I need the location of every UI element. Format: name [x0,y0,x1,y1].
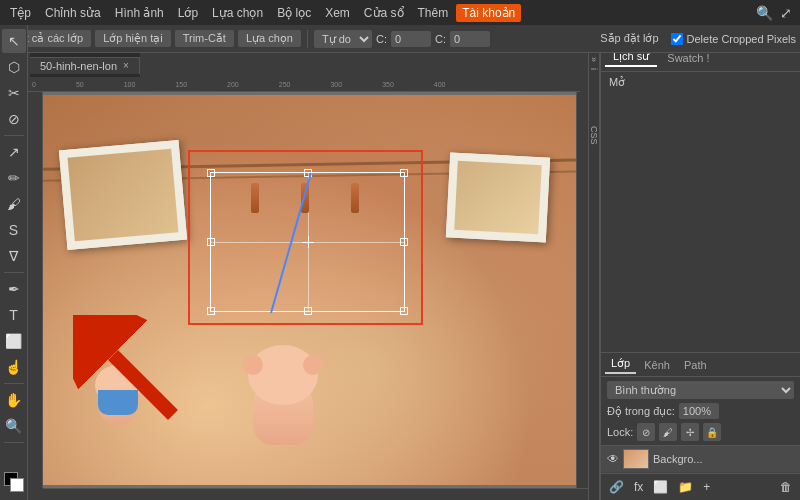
menu-select[interactable]: Lựa chọn [206,4,269,22]
file-tab-active[interactable]: 50-hinh-nen-lon × [30,57,140,74]
tool-crop[interactable]: ✂ [2,81,26,105]
selection-btn[interactable]: Lựa chọn [238,30,301,47]
tool-sep-2 [4,272,24,273]
tool-notes[interactable]: ☝ [2,355,26,379]
tool-smudge[interactable]: S [2,218,26,242]
layer-visibility-toggle[interactable]: 👁 [607,452,619,466]
ruler-vertical [28,92,43,488]
menu-add[interactable]: Thêm [412,4,455,22]
current-layer-btn[interactable]: Lớp hiện tại [95,30,171,47]
c-input[interactable] [391,31,431,47]
lock-transparent-btn[interactable]: ⊘ [637,423,655,441]
collapse-toggle[interactable]: » [589,57,599,62]
menu-image[interactable]: Hình ảnh [109,4,170,22]
panel-icon-css[interactable]: CSS [589,126,599,145]
ruler-horizontal: 0 50 100 150 200 250 300 350 400 [28,77,580,92]
link-layers-btn[interactable]: 🔗 [605,478,628,496]
new-layer-btn[interactable]: + [699,478,714,496]
lock-position-btn[interactable]: ✢ [681,423,699,441]
menu-bar: Tệp Chỉnh sửa Hình ảnh Lớp Lựa chọn Bộ l… [0,0,800,25]
file-tab-close[interactable]: × [123,60,129,71]
blend-mode-select[interactable]: Bình thường [607,381,794,399]
lock-all-btn[interactable]: 🔒 [703,423,721,441]
tool-sep-3 [4,383,24,384]
selection-overlay [188,150,423,325]
collapse-panel: » i CSS [588,53,600,500]
tool-move[interactable]: ↖ [2,29,26,53]
menu-layer[interactable]: Lớp [172,4,204,22]
tool-heal[interactable]: ↗ [2,140,26,164]
c-label: C: [376,33,387,45]
layer-properties: Bình thường Độ trong đục: Lock: ⊘ 🖌 ✢ 🔒 [601,377,800,445]
tool-dodge[interactable]: ∇ [2,244,26,268]
tool-hand[interactable]: ✋ [2,388,26,412]
lock-row: Lock: ⊘ 🖌 ✢ 🔒 [607,423,794,441]
transform-line [211,173,404,311]
layer-thumbnail [623,449,649,469]
transform-box [210,172,405,312]
layer-opacity-row: Độ trong đục: [607,403,794,419]
canvas-area[interactable] [43,92,588,488]
layer-item-background[interactable]: 👁 Backgro... [601,446,800,473]
layer-panel: Lớp Kênh Path Bình thường Độ trong đục: … [601,352,800,500]
layer-bottom-toolbar: 🔗 fx ⬜ 📁 + 🗑 [601,473,800,500]
separator-1 [307,30,308,48]
menu-view[interactable]: Xem [319,4,356,22]
tab-path[interactable]: Path [678,357,713,373]
scrollbar-horizontal[interactable] [43,488,588,500]
menu-edit[interactable]: Chỉnh sửa [39,4,107,22]
lock-image-btn[interactable]: 🖌 [659,423,677,441]
mode-select[interactable]: Tự do [314,30,372,48]
panel-icon-info[interactable]: i [589,68,599,70]
color-swatch[interactable] [4,472,24,492]
tool-sep-1 [4,135,24,136]
new-group-btn[interactable]: 📁 [674,478,697,496]
layer-name: Backgro... [653,453,794,465]
right-panel: ℹ 📷 T ¶ Lịch sử Swatch ! Mở Lớp Kênh Pat… [600,25,800,500]
history-content: Mở [601,72,800,352]
menu-window[interactable]: Cửa sổ [358,4,410,22]
lock-label: Lock: [607,426,633,438]
history-item-mo: Mở [609,76,625,88]
tab-channels[interactable]: Kênh [638,357,676,373]
delete-layer-btn[interactable]: 🗑 [776,478,796,496]
arrow-svg [73,315,223,435]
left-toolbar: ↖ ⬡ ✂ ⊘ ↗ ✏ 🖌 S ∇ ✒ T ⬜ ☝ ✋ 🔍 [0,25,28,500]
main-toolbar: Tất cả các lớp Lớp hiện tại Trim-Cắt Lựa… [0,25,800,53]
file-tabs: 50-hinh-nen-lon × [30,53,140,77]
opacity-input[interactable] [679,403,719,419]
tool-sample[interactable]: ⊘ [2,107,26,131]
canvas-image [43,95,588,485]
tool-zoom[interactable]: 🔍 [2,414,26,438]
tab-layers[interactable]: Lớp [605,355,636,374]
delete-cropped-checkbox[interactable] [671,33,683,45]
svg-line-0 [271,173,311,313]
menu-filter[interactable]: Bộ lọc [271,4,317,22]
delete-cropped-label: Delete Cropped Pixels [687,33,796,45]
search-icon[interactable]: 🔍 [754,3,774,23]
add-mask-btn[interactable]: ⬜ [649,478,672,496]
tool-brush[interactable]: ✏ [2,166,26,190]
tool-lasso[interactable]: ⬡ [2,55,26,79]
tool-paint[interactable]: 🖌 [2,192,26,216]
sap-dat-lop: Sắp đặt lớp [600,32,658,45]
scrollbar-vertical[interactable] [576,92,588,488]
layer-list: 👁 Backgro... [601,445,800,473]
tool-sep-4 [4,442,24,443]
tool-shape[interactable]: ⬜ [2,329,26,353]
layer-tabs: Lớp Kênh Path [601,353,800,377]
opacity-label: Độ trong đục: [607,405,675,418]
c2-input[interactable] [450,31,490,47]
c2-label: C: [435,33,446,45]
svg-line-2 [113,355,173,415]
expand-icon[interactable]: ⤢ [776,3,796,23]
menu-file[interactable]: Tệp [4,4,37,22]
file-tab-name: 50-hinh-nen-lon [40,60,117,72]
layer-mode-row: Bình thường [607,381,794,399]
add-style-btn[interactable]: fx [630,478,647,496]
trim-cut-btn[interactable]: Trim-Cắt [175,30,234,47]
tool-pen[interactable]: ✒ [2,277,26,301]
menu-account[interactable]: Tài khoản [456,4,521,22]
tool-text[interactable]: T [2,303,26,327]
background-color[interactable] [10,478,24,492]
